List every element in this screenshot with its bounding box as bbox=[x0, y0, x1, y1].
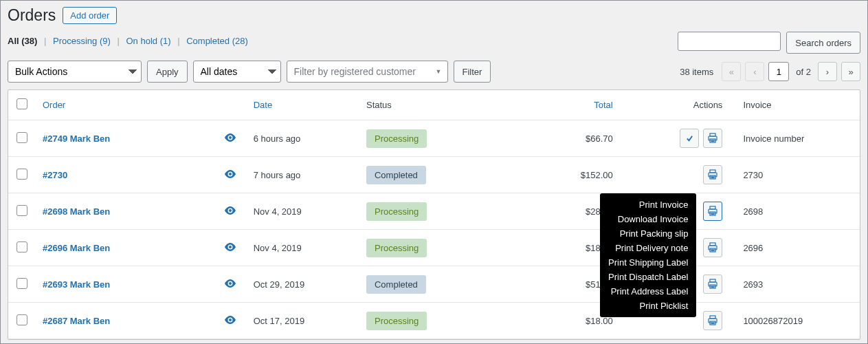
table-row: #2749 Mark Ben6 hours agoProcessing$66.7… bbox=[8, 120, 860, 157]
eye-icon[interactable] bbox=[224, 170, 236, 180]
eye-icon[interactable] bbox=[224, 316, 236, 326]
print-order-button[interactable] bbox=[703, 202, 722, 221]
dd-print-invoice[interactable]: Print Invoice bbox=[600, 197, 696, 212]
pagination-count: 38 items bbox=[680, 67, 713, 77]
svg-rect-13 bbox=[710, 206, 715, 209]
dates-filter-select[interactable]: All dates bbox=[193, 61, 281, 83]
add-order-button[interactable]: Add order bbox=[63, 7, 117, 24]
page-next-button[interactable]: › bbox=[818, 62, 837, 81]
status-badge: Processing bbox=[366, 202, 427, 221]
status-badge: Processing bbox=[366, 239, 427, 257]
order-total: $152.00 bbox=[503, 157, 633, 193]
table-row: #2687 Mark BenOct 17, 2019Processing$18.… bbox=[8, 303, 860, 339]
svg-rect-19 bbox=[710, 243, 715, 246]
filter-onhold[interactable]: On hold (1) bbox=[126, 36, 170, 46]
search-input[interactable] bbox=[678, 32, 781, 51]
column-total[interactable]: Total bbox=[503, 90, 633, 120]
filter-all[interactable]: All (38) bbox=[8, 36, 37, 46]
eye-icon[interactable] bbox=[224, 206, 236, 217]
svg-rect-7 bbox=[710, 170, 715, 173]
table-row: #27307 hours agoCompleted$152.002730 bbox=[8, 157, 860, 193]
dd-print-dispatch-label[interactable]: Print Dispatch Label bbox=[600, 270, 696, 284]
order-date: Oct 29, 2019 bbox=[247, 266, 359, 303]
dd-print-address-label[interactable]: Print Address Label bbox=[600, 284, 696, 299]
dd-download-invoice[interactable]: Download Invoice bbox=[600, 212, 696, 226]
svg-rect-25 bbox=[710, 279, 715, 282]
row-checkbox[interactable] bbox=[16, 314, 27, 325]
order-link[interactable]: #2687 Mark Ben bbox=[43, 316, 110, 326]
row-checkbox[interactable] bbox=[16, 278, 27, 289]
order-link[interactable]: #2749 Mark Ben bbox=[43, 133, 110, 144]
column-status: Status bbox=[359, 90, 503, 120]
order-date: Nov 4, 2019 bbox=[247, 193, 359, 230]
svg-rect-31 bbox=[710, 316, 715, 319]
invoice-number: 2693 bbox=[736, 266, 860, 303]
status-badge: Completed bbox=[366, 275, 426, 294]
column-date[interactable]: Date bbox=[247, 90, 359, 120]
row-checkbox[interactable] bbox=[16, 205, 27, 216]
filter-completed[interactable]: Completed (28) bbox=[186, 36, 248, 46]
status-filter-links: All (38) | Processing (9) | On hold (1) … bbox=[8, 36, 248, 46]
order-date: 6 hours ago bbox=[247, 120, 359, 157]
svg-point-12 bbox=[229, 209, 232, 212]
dd-print-packing-slip[interactable]: Print Packing slip bbox=[600, 226, 696, 241]
page-prev-button: ‹ bbox=[745, 62, 764, 81]
table-row: #2693 Mark BenOct 29, 2019Completed$51.7… bbox=[8, 266, 860, 303]
order-total: $66.70 bbox=[503, 120, 633, 157]
order-date: 7 hours ago bbox=[247, 157, 359, 193]
order-date: Oct 17, 2019 bbox=[247, 303, 359, 339]
print-order-button[interactable] bbox=[703, 238, 722, 257]
table-row: #2698 Mark BenNov 4, 2019Processing$28.7… bbox=[8, 193, 860, 230]
invoice-number: 2696 bbox=[736, 230, 860, 266]
row-checkbox[interactable] bbox=[16, 169, 27, 180]
page-current-input[interactable] bbox=[768, 62, 789, 81]
search-orders-button[interactable]: Search orders bbox=[786, 32, 860, 54]
print-order-button[interactable] bbox=[703, 275, 722, 294]
dd-print-shipping-label[interactable]: Print Shipping Label bbox=[600, 255, 696, 270]
print-order-button[interactable] bbox=[703, 129, 722, 148]
invoice-number: Invoice number bbox=[736, 120, 860, 157]
page-last-button[interactable]: » bbox=[841, 62, 860, 81]
svg-rect-1 bbox=[710, 133, 715, 136]
order-link[interactable]: #2730 bbox=[43, 170, 67, 180]
order-link[interactable]: #2696 Mark Ben bbox=[43, 243, 110, 253]
status-badge: Processing bbox=[366, 312, 427, 330]
dd-print-picklist[interactable]: Print Picklist bbox=[600, 299, 696, 313]
customer-filter-select[interactable]: Filter by registered customer ▼ bbox=[287, 61, 448, 83]
invoice-number: 100026872019 bbox=[736, 303, 860, 339]
svg-point-24 bbox=[229, 282, 232, 285]
row-checkbox[interactable] bbox=[16, 241, 27, 252]
svg-point-18 bbox=[229, 246, 232, 248]
eye-icon[interactable] bbox=[224, 243, 236, 253]
column-order[interactable]: Order bbox=[36, 90, 247, 120]
svg-point-30 bbox=[229, 319, 232, 321]
status-badge: Processing bbox=[366, 129, 427, 148]
chevron-down-icon: ▼ bbox=[436, 68, 442, 75]
eye-icon[interactable] bbox=[224, 279, 236, 290]
eye-icon[interactable] bbox=[224, 133, 236, 144]
filter-processing[interactable]: Processing (9) bbox=[53, 36, 111, 46]
page-title: Orders bbox=[8, 6, 56, 25]
invoice-number: 2730 bbox=[736, 157, 860, 193]
bulk-actions-select[interactable]: Bulk Actions bbox=[8, 61, 142, 83]
svg-point-6 bbox=[229, 173, 232, 175]
page-first-button: « bbox=[722, 62, 741, 81]
table-row: #2696 Mark BenNov 4, 2019Processing$18.4… bbox=[8, 230, 860, 266]
apply-bulk-button[interactable]: Apply bbox=[147, 61, 188, 83]
select-all-checkbox[interactable] bbox=[16, 98, 27, 109]
print-dropdown-menu: Print InvoiceDownload InvoicePrint Packi… bbox=[600, 193, 696, 317]
print-order-button[interactable] bbox=[703, 311, 722, 330]
invoice-number: 2698 bbox=[736, 193, 860, 230]
order-date: Nov 4, 2019 bbox=[247, 230, 359, 266]
column-actions: Actions bbox=[634, 90, 737, 120]
row-checkbox[interactable] bbox=[16, 132, 27, 143]
order-link[interactable]: #2698 Mark Ben bbox=[43, 206, 110, 217]
dd-print-delivery-note[interactable]: Print Delivery note bbox=[600, 241, 696, 255]
svg-point-0 bbox=[229, 136, 232, 139]
filter-button[interactable]: Filter bbox=[454, 61, 491, 83]
print-order-button[interactable] bbox=[703, 165, 722, 184]
complete-order-button[interactable] bbox=[680, 129, 699, 148]
column-invoice: Invoice bbox=[736, 90, 860, 120]
order-link[interactable]: #2693 Mark Ben bbox=[43, 279, 110, 290]
pagination-of: of 2 bbox=[796, 67, 811, 77]
